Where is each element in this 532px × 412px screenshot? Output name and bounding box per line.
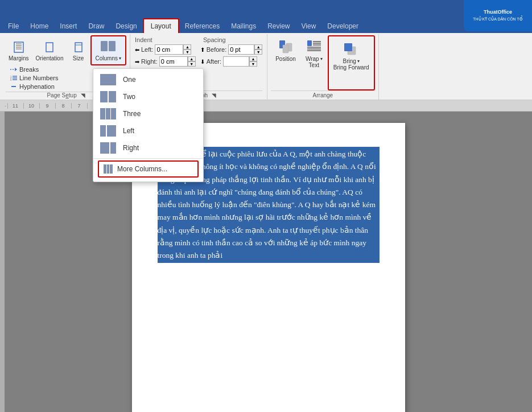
indent-left-input[interactable] — [155, 44, 183, 55]
wrap-text-chevron: ▾ — [320, 56, 323, 61]
columns-dropdown: One Two Three Left Right — [93, 68, 204, 182]
tab-insert[interactable]: Insert — [54, 19, 83, 33]
orientation-label: Orientation — [36, 55, 64, 61]
tab-design[interactable]: Design — [110, 19, 142, 33]
arrange-group: Position Wrap ▾ — [267, 34, 378, 100]
tab-mailings[interactable]: Mailings — [225, 19, 262, 33]
size-button[interactable]: Size — [68, 38, 89, 63]
indent-right-down[interactable]: ▼ — [188, 61, 196, 67]
columns-right-item[interactable]: Right — [93, 139, 203, 156]
breaks-label: Breaks — [19, 66, 39, 73]
spacing-after-label: After: — [207, 58, 221, 65]
left-sidebar — [0, 112, 5, 412]
tab-developer[interactable]: Developer — [321, 19, 364, 33]
spacing-header: Spacing — [203, 36, 226, 43]
wrap-text-label2: Text — [309, 62, 319, 68]
wrap-text-button[interactable]: Wrap ▾ Text — [302, 35, 327, 90]
spacing-before-row: ⬆ Before: ▲ ▼ — [200, 44, 262, 55]
two-col-icon — [100, 91, 116, 102]
paragraph-expander[interactable]: ◥ — [212, 92, 216, 98]
bring-forward-wrapper: Bring ▾ Bring Forward — [328, 35, 375, 90]
columns-button[interactable]: Columns ▾ — [93, 38, 124, 63]
ribbon-tabs: File Home Insert Draw Design Layout Refe… — [0, 16, 532, 33]
spacing-before-input[interactable] — [228, 44, 254, 55]
ruler: · 11 10 9 8 7 6 5 4 3 2 1 · — [0, 100, 532, 112]
page-setup-expander[interactable]: ◥ — [81, 92, 85, 98]
one-col-label: One — [123, 76, 136, 84]
arrange-label: Arrange — [271, 90, 374, 100]
svg-rect-6 — [75, 43, 82, 52]
left-col-icon — [100, 125, 116, 137]
tab-file[interactable]: File — [2, 19, 24, 33]
spacing-before-label: Before: — [207, 46, 226, 53]
spacing-before-up[interactable]: ▲ — [254, 44, 262, 50]
indent-left-down[interactable]: ▼ — [183, 50, 191, 55]
bring-forward-label: Bring — [343, 58, 356, 64]
svg-rect-22 — [307, 40, 312, 46]
indent-left-label: Left: — [141, 46, 153, 53]
bring-forward-chevron: ▾ — [357, 59, 360, 64]
spacing-after-input[interactable] — [223, 56, 249, 67]
more-columns-icon — [104, 164, 113, 174]
line-numbers-label: Line Numbers — [19, 75, 58, 81]
columns-button-wrapper: Columns ▾ — [90, 35, 126, 65]
wrap-text-label: Wrap — [306, 56, 319, 62]
one-col-icon — [100, 74, 116, 85]
margins-label: Margins — [9, 55, 29, 61]
spacing-after-up[interactable]: ▲ — [249, 56, 257, 61]
watermark-text: ThuatOfficeTHỦ KỸ CỦA DÂN CÔN TỔ — [473, 9, 523, 22]
tab-view[interactable]: View — [296, 19, 322, 33]
dropdown-divider — [93, 158, 203, 159]
indent-left-icon: ⬅ — [135, 47, 139, 53]
indent-right-row: ➡ Right: ▲ ▼ — [135, 56, 196, 67]
indent-header: Indent — [135, 36, 192, 43]
columns-three-item[interactable]: Three — [93, 105, 203, 122]
position-button[interactable]: Position — [271, 35, 300, 90]
columns-one-item[interactable]: One — [93, 71, 203, 88]
tab-layout[interactable]: Layout — [143, 18, 179, 33]
columns-left-item[interactable]: Left — [93, 122, 203, 139]
ribbon: Margins Orientation Siz — [0, 33, 532, 100]
more-columns-label: More Columns... — [117, 165, 167, 173]
right-col-icon — [100, 142, 116, 154]
svg-rect-5 — [46, 43, 53, 52]
svg-rect-8 — [101, 41, 108, 51]
bring-forward-button[interactable]: Bring ▾ Bring Forward — [330, 38, 373, 73]
svg-marker-11 — [15, 68, 17, 71]
size-label: Size — [73, 55, 84, 61]
indent-left-row: ⬅ Left: ▲ ▼ — [135, 44, 196, 55]
indent-right-input[interactable] — [159, 56, 188, 67]
title-bar — [0, 0, 532, 16]
tab-references[interactable]: References — [179, 19, 225, 33]
tab-review[interactable]: Review — [262, 19, 295, 33]
tab-home[interactable]: Home — [24, 19, 54, 33]
margins-button[interactable]: Margins — [6, 38, 32, 63]
columns-two-item[interactable]: Two — [93, 88, 203, 105]
indent-right-label: Right: — [141, 58, 158, 65]
spacing-after-row: ⬇ After: ▲ ▼ — [200, 56, 262, 67]
columns-chevron: ▾ — [119, 56, 121, 61]
indent-right-up[interactable]: ▲ — [188, 56, 196, 61]
right-col-label: Right — [123, 144, 139, 152]
spacing-before-icon: ⬆ — [200, 47, 205, 53]
content-area: Câu chuyện kể lại cuộc phiêu lưu của A Q… — [0, 112, 532, 412]
spacing-before-down[interactable]: ▼ — [254, 50, 262, 55]
page-area: Câu chuyện kể lại cuộc phiêu lưu của A Q… — [5, 112, 532, 412]
orientation-button[interactable]: Orientation — [33, 38, 67, 63]
svg-rect-21 — [283, 45, 288, 53]
bring-forward-label2: Bring Forward — [333, 64, 369, 71]
more-columns-button[interactable]: More Columns... — [98, 160, 199, 178]
svg-rect-9 — [109, 41, 116, 51]
position-label: Position — [275, 56, 296, 62]
svg-text:3: 3 — [10, 79, 12, 81]
svg-rect-30 — [344, 43, 352, 51]
three-col-icon — [100, 108, 116, 120]
tab-draw[interactable]: Draw — [83, 19, 110, 33]
spacing-after-down[interactable]: ▼ — [249, 61, 257, 67]
columns-label: Columns — [96, 55, 118, 61]
indent-left-up[interactable]: ▲ — [183, 44, 191, 50]
hyphenation-label: Hyphenation — [19, 83, 55, 90]
two-col-label: Two — [123, 93, 135, 101]
indent-right-icon: ➡ — [135, 59, 139, 65]
left-col-label: Left — [123, 127, 134, 135]
